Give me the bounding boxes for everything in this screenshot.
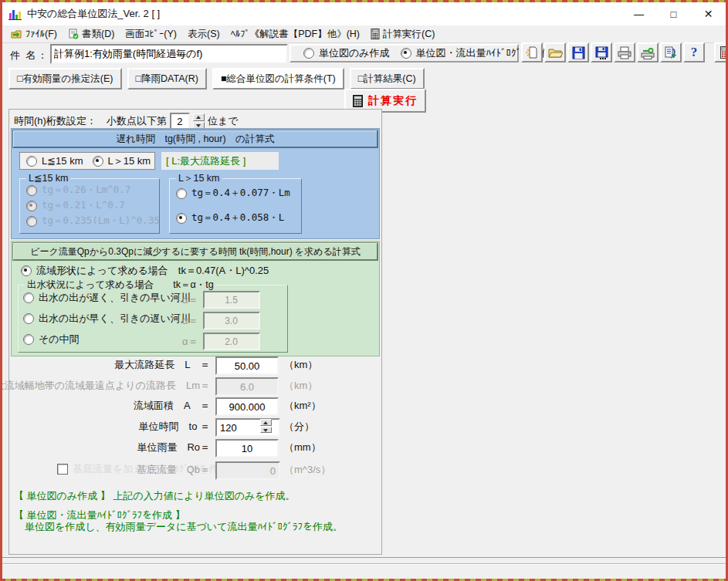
mode-unit-only-radio[interactable]: 単位図のみ作成 [303,46,390,60]
param-L-label: 最大流路延長 L ＝ [114,358,210,372]
spin-down-icon[interactable] [260,427,272,434]
tk-alpha-1: α＝ [182,291,260,309]
param-row-Qb: 基底流量を加えたﾊｲﾄﾞﾛｸﾞﾗﾌを作成 基底流量 Qb＝ （m^3/s） [9,461,381,478]
save-as-icon [595,46,608,59]
print-button[interactable] [614,42,635,62]
tk-slow-rise-radio[interactable]: 出水の出が遅く、引きの早い河川 [23,291,191,305]
param-Ro-input[interactable] [215,439,279,458]
close-button[interactable]: ✕ [691,2,726,25]
tg-l-le-15-radio[interactable]: L≦15 km [26,155,83,167]
new-file-icon [525,46,539,59]
tg-large-group: L＞15 km tg＝0.4＋0.077・Lm tg＝0.4＋0.058・L [169,178,302,234]
radio-icon [303,48,314,59]
calculator-button[interactable] [714,42,726,62]
spin-up-icon[interactable] [193,113,205,121]
calculator-menu-icon [371,29,380,39]
minimize-button[interactable]: — [621,2,656,25]
menu-run-calculation[interactable]: 計算実行(C) [365,26,440,42]
tk-fast-rise-radio[interactable]: 出水の出が早く、引きの遅い河川 [23,312,191,326]
tab-effective-rainfall[interactable]: □有効雨量の推定法(E) [8,68,122,90]
print-setup-button[interactable] [637,42,659,62]
tg-large-option-1[interactable]: tg＝0.4＋0.077・Lm [176,187,290,200]
param-Qb-unit: （m^3/s） [284,463,330,477]
param-to-label: 単位時間 to ＝ [139,420,210,434]
decimal-digits-row: 時間(h)桁数設定： 小数点以下第 位まで [14,113,239,130]
menu-documents-label: 書類(D) [82,28,114,41]
subject-label: 件 名： [10,49,49,62]
open-folder-icon [548,46,563,59]
new-file-button[interactable] [521,42,543,62]
menu-run-calculation-label: 計算実行(C) [383,28,435,41]
tg-large-option-2-label: tg＝0.4＋0.058・L [191,211,284,225]
tk-intermediate-radio[interactable]: その中間 [23,333,80,346]
tg-section: 遅れ時間 tg(時間 , hour) の計算式 L≦15 km L＞15 km … [11,128,380,239]
calculator-icon [353,95,363,107]
tg-l-gt-15-label: L＞15 km [108,154,151,168]
app-window: 中安の総合単位図法_Ver. 2 [ ] — □ ✕ ﾌｧｲﾙ(F) 書類(D)… [2,2,726,579]
decimal-digits-suffix: 位まで [208,114,239,128]
capture-frame: 中安の総合単位図法_Ver. 2 [ ] — □ ✕ ﾌｧｲﾙ(F) 書類(D)… [0,0,728,581]
alpha-1-input[interactable] [203,291,260,309]
param-row-to: 単位時間 to ＝ （分） [9,418,381,435]
tk-alpha-2: α＝ [182,312,260,329]
tk-discharge-group-title: 出水状況によって求める場合 tk＝α・tg [25,279,216,292]
save-as-button[interactable] [591,42,612,62]
tk-shape-label: 流域形状によって求める場合 tk＝0.47(A・L)^0.25 [36,264,269,278]
param-A-input[interactable] [215,397,279,416]
param-to-unit: （分） [284,420,314,434]
tk-discharge-group: 出水状況によって求める場合 tk＝α・tg 出水の出が遅く、引きの早い河川 α＝… [18,285,288,353]
menu-view[interactable]: 表示(S) [182,26,225,42]
window-title: 中安の総合単位図法_Ver. 2 [ ] [27,7,160,21]
maximize-button[interactable]: □ [656,2,691,25]
tk-shape-radio[interactable]: 流域形状によって求める場合 tk＝0.47(A・L)^0.25 [21,264,269,278]
decimal-digits-input[interactable] [170,113,190,130]
tg-large-group-title: L＞15 km [176,172,222,185]
spin-up-icon[interactable] [260,419,272,426]
subject-input[interactable] [50,44,288,64]
menu-documents[interactable]: 書類(D) [63,26,120,42]
param-Lm-input[interactable] [215,377,279,396]
menu-screen-copy-label: 画面ｺﾋﾟｰ(Y) [125,28,177,41]
radio-icon [26,156,37,167]
tg-small-option-3[interactable]: tg＝0.235(Lm・L)^0.35 [26,214,160,228]
tg-section-header: 遅れ時間 tg(時間 , hour) の計算式 [13,130,378,147]
radio-icon [23,313,34,324]
param-L-input[interactable] [215,356,279,375]
tg-small-option-2[interactable]: tg＝0.21・L^0.7 [26,199,125,212]
tab-rain-data[interactable]: □降雨DATA(R) [127,68,207,90]
tg-l-le-15-label: L≦15 km [42,155,83,167]
tg-large-option-2[interactable]: tg＝0.4＋0.058・L [176,211,284,225]
note-unit-only-title: 【 単位図のみ作成 】 [14,490,110,502]
param-to-spinner[interactable] [260,419,272,433]
checkbox-icon [57,464,68,475]
tk-fast-rise-label: 出水の出が早く、引きの遅い河川 [39,312,191,326]
menu-screen-copy[interactable]: 画面ｺﾋﾟｰ(Y) [120,26,182,42]
param-row-Ro: 単位雨量 Ro＝ （mm） [9,439,381,456]
alpha-2-input[interactable] [203,312,260,329]
tg-l-gt-15-radio[interactable]: L＞15 km [93,154,151,168]
print-icon [618,46,631,59]
alpha-3-input[interactable] [203,333,260,350]
tab-unit-hydrograph-conditions[interactable]: ■総合単位図の計算条件(T) [212,68,344,90]
tk-alpha-3: α＝ [182,333,260,350]
radio-icon [23,334,34,345]
tab-results[interactable]: □計算結果(C) [350,68,425,90]
tg-small-option-1[interactable]: tg＝0.26・Lm^0.7 [26,184,130,197]
decimal-digits-spinner[interactable] [193,113,205,129]
menu-help[interactable]: ﾍﾙﾌﾟ《解説書【PDF】他》(H) [225,26,365,42]
screen-copy-button[interactable] [660,42,682,62]
help-button[interactable]: ? [683,42,705,62]
param-A-label: 流域面積 A ＝ [134,399,210,413]
tg-small-group-title: L≦15 km [26,172,70,184]
alpha-label: α＝ [182,314,198,328]
param-Qb-input[interactable] [215,461,280,480]
open-file-button[interactable] [544,42,566,62]
title-bar: 中安の総合単位図法_Ver. 2 [ ] [2,2,726,25]
calculator-icon [720,46,726,59]
menu-file[interactable]: ﾌｧｲﾙ(F) [5,27,63,41]
save-button[interactable] [567,42,589,62]
decimal-digits-label: 時間(h)桁数設定： 小数点以下第 [14,114,167,128]
output-mode-group: 単位図のみ作成 単位図・流出量ﾊｲﾄﾞﾛｸﾞﾗﾌを作成 [290,44,519,62]
param-row-Lm: 最大流域幅地帯の流域最遠点よりの流路長 Lm＝ （km） [9,377,381,394]
tk-section-header: ピーク流量Qpから0.3Qpに減少するに要する時間 tk(時間,hour) を求… [13,243,378,260]
